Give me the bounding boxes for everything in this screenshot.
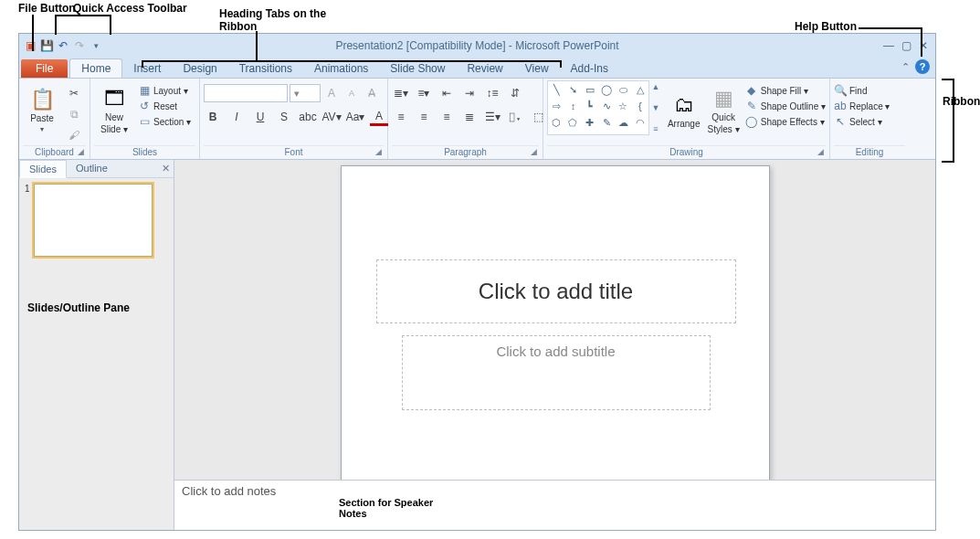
italic-icon[interactable]: I <box>227 108 246 126</box>
help-button[interactable]: ? <box>915 59 930 74</box>
shape-hex-icon[interactable]: ⬡ <box>548 114 564 131</box>
tab-file[interactable]: File <box>21 59 68 78</box>
select-button[interactable]: ↖Select ▾ <box>834 115 890 128</box>
cut-icon[interactable]: ✂ <box>65 84 83 102</box>
bullets-icon[interactable]: ≣▾ <box>392 84 410 102</box>
pane-tab-slides[interactable]: Slides <box>19 160 67 178</box>
clipboard-launcher-icon[interactable]: ◢ <box>78 147 84 156</box>
undo-icon[interactable]: ↶ <box>56 38 70 53</box>
paragraph-launcher-icon[interactable]: ◢ <box>531 147 537 156</box>
layout-button[interactable]: ▦Layout ▾ <box>138 84 191 97</box>
pane-tab-outline[interactable]: Outline <box>67 160 117 177</box>
shadow-icon[interactable]: abc <box>299 108 317 126</box>
shape-outline-button[interactable]: ✎Shape Outline ▾ <box>745 100 826 112</box>
shape-rarrow-icon[interactable]: ⇨ <box>548 98 564 114</box>
shape-cloud-icon[interactable]: ☁ <box>615 114 631 131</box>
format-painter-icon[interactable]: 🖌 <box>65 126 83 144</box>
clear-formatting-icon[interactable]: A̶ <box>363 84 381 102</box>
shape-ellipse-icon[interactable]: ◯ <box>598 81 615 98</box>
scroll-up-icon[interactable]: ▲ <box>652 82 660 91</box>
shape-effects-button[interactable]: ◯Shape Effects ▾ <box>745 115 826 128</box>
reset-button[interactable]: ↺Reset <box>138 100 191 112</box>
tab-slideshow[interactable]: Slide Show <box>379 59 456 78</box>
layout-icon: ▦ <box>138 84 151 97</box>
new-slide-button[interactable]: 🗔 New Slide ▾ <box>94 80 134 141</box>
align-left-icon[interactable]: ≡ <box>392 108 410 126</box>
shape-pent-icon[interactable]: ⬠ <box>564 114 581 131</box>
tab-view[interactable]: View <box>514 59 560 78</box>
shape-star-icon[interactable]: ☆ <box>615 98 631 114</box>
tab-animations[interactable]: Animations <box>303 59 379 78</box>
subtitle-placeholder[interactable]: Click to add subtitle <box>402 335 711 410</box>
strike-icon[interactable]: S <box>275 108 293 126</box>
shape-brace-icon[interactable]: { <box>632 98 648 114</box>
font-size-select[interactable]: ▾ <box>290 84 321 102</box>
underline-icon[interactable]: U <box>251 108 269 126</box>
font-family-select[interactable] <box>204 84 288 102</box>
shape-triangle-icon[interactable]: △ <box>632 81 648 98</box>
tab-home[interactable]: Home <box>69 58 122 78</box>
find-button[interactable]: 🔍Find <box>834 84 890 97</box>
drawing-launcher-icon[interactable]: ◢ <box>817 147 824 156</box>
shape-fill-button[interactable]: ◆Shape Fill ▾ <box>745 84 826 97</box>
shape-callout-icon[interactable]: ✎ <box>598 114 615 131</box>
scroll-more-icon[interactable]: ≡ <box>653 124 658 133</box>
quick-styles-label-2: Styles ▾ <box>708 124 740 134</box>
scroll-down-icon[interactable]: ▼ <box>652 103 660 112</box>
minimize-ribbon-icon[interactable]: ⌃ <box>901 61 910 73</box>
text-direction-icon[interactable]: ⇵ <box>506 84 524 102</box>
align-right-icon[interactable]: ≡ <box>437 108 456 126</box>
justify-icon[interactable]: ≣ <box>460 108 479 126</box>
shrink-font-icon[interactable]: A <box>342 84 361 102</box>
tab-design[interactable]: Design <box>172 59 227 78</box>
tab-transitions[interactable]: Transitions <box>228 59 303 78</box>
bold-icon[interactable]: B <box>204 108 222 126</box>
pane-close-icon[interactable]: ✕ <box>162 163 170 174</box>
numbering-icon[interactable]: ≡▾ <box>415 84 433 102</box>
font-color-icon[interactable]: A <box>370 108 388 126</box>
shapes-scroll[interactable]: ▲ ▼ ≡ <box>649 80 662 135</box>
redo-icon[interactable]: ↷ <box>72 38 87 53</box>
font-launcher-icon[interactable]: ◢ <box>375 147 382 156</box>
align-text-icon[interactable]: ⌷▾ <box>506 108 524 126</box>
shape-line-icon[interactable]: ╲ <box>548 81 564 98</box>
grow-font-icon[interactable]: A <box>322 84 341 102</box>
shape-plus-icon[interactable]: ✚ <box>582 114 598 131</box>
tab-review[interactable]: Review <box>456 59 513 78</box>
align-center-icon[interactable]: ≡ <box>415 108 433 126</box>
shape-connector-icon[interactable]: ┗ <box>582 98 598 114</box>
quick-styles-button[interactable]: ▦ Quick Styles ▾ <box>705 80 741 141</box>
title-placeholder[interactable]: Click to add title <box>376 259 736 323</box>
shape-rect-icon[interactable]: ▭ <box>582 81 598 98</box>
tab-insert[interactable]: Insert <box>122 59 172 78</box>
replace-button[interactable]: abReplace ▾ <box>834 100 890 112</box>
char-spacing-icon[interactable]: AV▾ <box>322 108 341 126</box>
qat-dropdown-icon[interactable]: ▾ <box>89 38 103 53</box>
slide-canvas-holder[interactable]: Click to add title Click to add subtitle <box>174 160 935 480</box>
shape-darrow-icon[interactable]: ↕ <box>564 98 581 114</box>
save-icon[interactable]: 💾 <box>39 38 54 53</box>
maximize-button[interactable]: ▢ <box>901 39 912 52</box>
columns-icon[interactable]: ☰▾ <box>483 108 501 126</box>
shape-arrow-icon[interactable]: ➘ <box>564 81 581 98</box>
shapes-gallery[interactable]: ╲ ➘ ▭ ◯ ⬭ △ ⇨ ↕ ┗ ∿ ☆ { ⬡ ⬠ ✚ <box>547 80 649 135</box>
notes-pane[interactable]: Click to add notes Section for Speaker N… <box>174 480 935 530</box>
line-spacing-icon[interactable]: ↕≡ <box>483 84 501 102</box>
increase-indent-icon[interactable]: ⇥ <box>460 84 479 102</box>
arrange-button[interactable]: 🗂 Arrange <box>666 80 701 141</box>
slide-thumbnail[interactable] <box>34 184 153 257</box>
change-case-icon[interactable]: Aa▾ <box>346 108 364 126</box>
shape-curve-icon[interactable]: ∿ <box>598 98 615 114</box>
quick-styles-icon: ▦ <box>714 87 733 111</box>
slide-canvas[interactable]: Click to add title Click to add subtitle <box>341 165 770 480</box>
shape-arc-icon[interactable]: ◠ <box>632 114 648 131</box>
tab-addins[interactable]: Add-Ins <box>560 59 619 78</box>
copy-icon[interactable]: ⧉ <box>65 105 83 123</box>
paste-icon: 📋 <box>30 88 55 111</box>
minimize-button[interactable]: — <box>883 39 894 52</box>
decrease-indent-icon[interactable]: ⇤ <box>437 84 456 102</box>
shape-rrect-icon[interactable]: ⬭ <box>615 81 631 98</box>
section-button[interactable]: ▭Section ▾ <box>138 115 191 128</box>
paste-button[interactable]: 📋 Paste ▾ <box>23 80 61 141</box>
group-label-font: Font◢ <box>204 145 384 159</box>
